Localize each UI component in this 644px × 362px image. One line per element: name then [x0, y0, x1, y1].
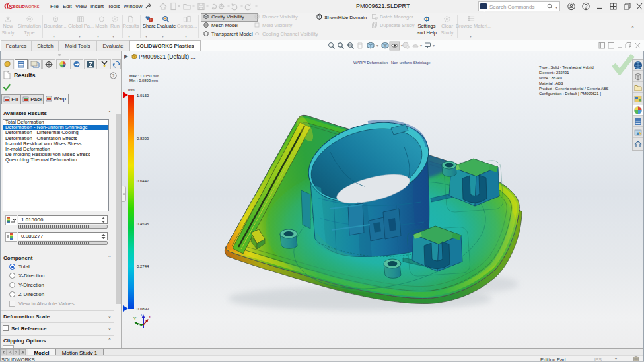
svg-text:S: S	[9, 3, 13, 10]
svg-text:z: z	[141, 312, 143, 316]
svg-text:Y: Y	[133, 316, 137, 321]
svg-text:?: ?	[112, 73, 115, 78]
svg-text:▾: ▾	[433, 44, 435, 48]
svg-text:▾: ▾	[420, 44, 422, 48]
svg-text:▾: ▾	[401, 44, 403, 48]
svg-text:▾: ▾	[376, 44, 378, 48]
svg-text:SOLIDWORKS: SOLIDWORKS	[13, 4, 40, 9]
svg-text:▾: ▾	[384, 44, 386, 48]
svg-text:x: x	[149, 314, 151, 319]
